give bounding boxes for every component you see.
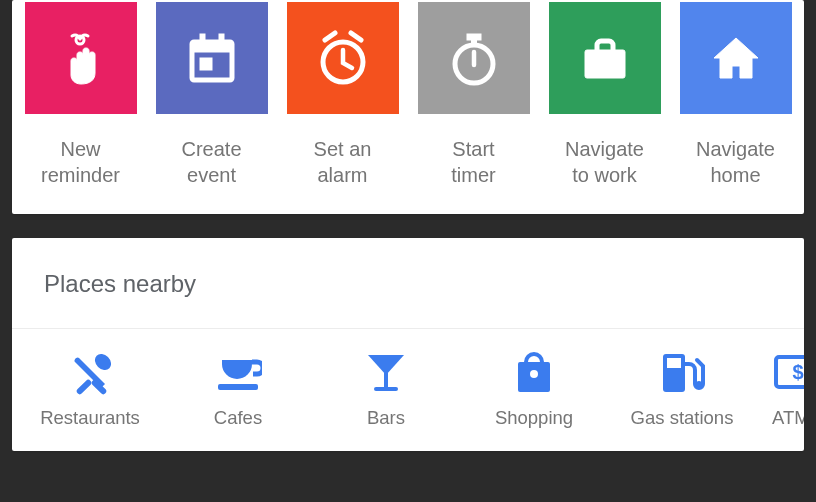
cafe-icon [214, 347, 262, 397]
place-label: Restaurants [40, 407, 140, 429]
place-label: ATM [772, 407, 804, 429]
shopping-icon [510, 347, 558, 397]
place-label: Bars [367, 407, 405, 429]
shortcut-set-alarm[interactable]: Set an alarm [284, 2, 401, 188]
place-label: Cafes [214, 407, 262, 429]
place-gas-stations[interactable]: Gas stations [608, 347, 756, 429]
place-label: Shopping [495, 407, 573, 429]
alarm-icon [287, 2, 399, 114]
shortcut-start-timer[interactable]: Start timer [415, 2, 532, 188]
shortcut-label: Navigate home [696, 136, 775, 188]
place-restaurants[interactable]: Restaurants [16, 347, 164, 429]
shortcut-label: Navigate to work [565, 136, 644, 188]
place-atms[interactable]: ATM [756, 347, 804, 429]
shortcut-navigate-work[interactable]: Navigate to work [546, 2, 663, 188]
restaurant-icon [66, 347, 114, 397]
places-nearby-header: Places nearby [12, 238, 804, 328]
shortcut-label: New reminder [41, 136, 120, 188]
shortcuts-row: New reminder Create event Set an alarm S… [22, 0, 794, 188]
home-icon [680, 2, 792, 114]
shortcut-create-event[interactable]: Create event [153, 2, 270, 188]
calendar-icon [156, 2, 268, 114]
atm-icon [772, 347, 804, 397]
place-cafes[interactable]: Cafes [164, 347, 312, 429]
shortcut-label: Start timer [451, 136, 495, 188]
shortcut-new-reminder[interactable]: New reminder [22, 2, 139, 188]
briefcase-icon [549, 2, 661, 114]
places-nearby-card: Places nearby Restaurants Cafes Bars [12, 238, 804, 451]
places-row: Restaurants Cafes Bars Shopping [12, 329, 804, 451]
gas-icon [657, 347, 707, 397]
shortcut-label: Set an alarm [314, 136, 372, 188]
shortcuts-card: New reminder Create event Set an alarm S… [12, 0, 804, 214]
timer-icon [418, 2, 530, 114]
shortcut-navigate-home[interactable]: Navigate home [677, 2, 794, 188]
place-shopping[interactable]: Shopping [460, 347, 608, 429]
shortcut-label: Create event [181, 136, 241, 188]
place-label: Gas stations [631, 407, 734, 429]
reminder-icon [25, 2, 137, 114]
place-bars[interactable]: Bars [312, 347, 460, 429]
bar-icon [362, 347, 410, 397]
